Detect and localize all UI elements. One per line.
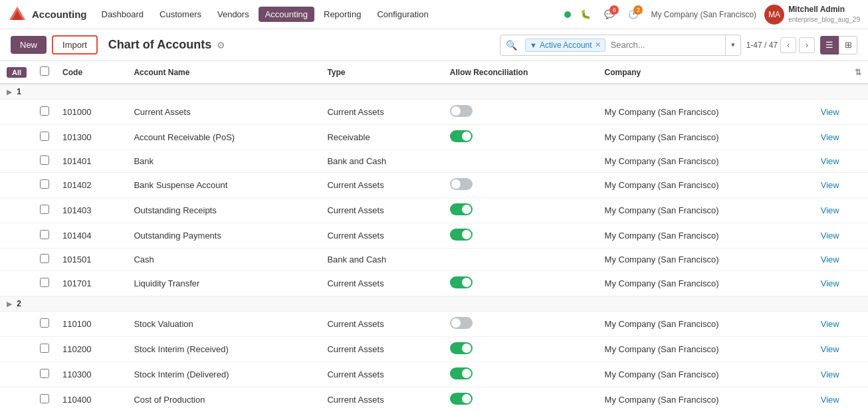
row-checkbox[interactable] <box>40 278 49 287</box>
row-account-name: Stock Valuation <box>127 312 320 337</box>
reconcile-toggle[interactable] <box>450 367 473 379</box>
row-reconcile <box>443 198 598 223</box>
view-link[interactable]: View <box>821 369 839 379</box>
table-row: 110200 Stock Interim (Received) Current … <box>0 337 868 362</box>
row-checkbox[interactable] <box>40 254 49 263</box>
accounts-table: All Code Account Name Type Allow Reconci… <box>0 61 868 410</box>
reconcile-toggle[interactable] <box>450 130 473 142</box>
row-code: 101402 <box>56 173 127 198</box>
list-view-btn[interactable]: ☰ <box>820 36 839 54</box>
reconcile-toggle[interactable] <box>450 105 473 117</box>
nav-configuration[interactable]: Configuration <box>370 7 435 22</box>
row-checkbox-cell <box>33 125 56 150</box>
filter-clear-icon[interactable]: ✕ <box>595 41 601 49</box>
nav-dashboard[interactable]: Dashboard <box>95 7 151 22</box>
row-checkbox[interactable] <box>40 344 49 353</box>
import-button[interactable]: Import <box>52 35 98 54</box>
table-row: 101300 Account Receivable (PoS) Receivab… <box>0 125 868 150</box>
table-container: All Code Account Name Type Allow Reconci… <box>0 61 868 410</box>
search-input[interactable] <box>608 40 725 50</box>
next-page-btn[interactable]: › <box>799 37 815 53</box>
row-expand-cell <box>0 249 33 271</box>
row-checkbox[interactable] <box>40 394 49 403</box>
user-menu[interactable]: MA Mitchell Admin enterprise_blog_aug_29 <box>764 5 860 25</box>
view-link[interactable]: View <box>821 231 839 241</box>
view-toggle: ☰ ⊞ <box>820 36 857 54</box>
row-reconcile <box>443 100 598 125</box>
reconcile-toggle[interactable] <box>450 317 473 329</box>
row-type: Current Assets <box>320 312 443 337</box>
user-sub: enterprise_blog_aug_29 <box>788 15 860 24</box>
nav-accounting[interactable]: Accounting <box>259 7 314 22</box>
reconcile-toggle[interactable] <box>450 203 473 215</box>
group-num: 1 <box>17 87 21 96</box>
header-checkbox[interactable] <box>40 66 49 76</box>
row-checkbox[interactable] <box>40 106 49 116</box>
filter-tag-label: Active Account <box>540 41 592 50</box>
col-filter-icon[interactable]: ⇅ <box>814 61 868 84</box>
row-company: My Company (San Francisco) <box>598 271 814 296</box>
reconcile-toggle[interactable] <box>450 276 473 288</box>
row-code: 101701 <box>56 271 127 296</box>
search-dropdown-btn[interactable]: ▾ <box>725 35 740 55</box>
row-checkbox[interactable] <box>40 179 49 189</box>
row-type: Current Assets <box>320 387 443 411</box>
group-row: ▶ 2 <box>0 296 868 312</box>
row-expand-cell <box>0 362 33 387</box>
row-checkbox[interactable] <box>40 230 49 239</box>
activity-badge: 2 <box>633 5 643 15</box>
row-reconcile <box>443 223 598 249</box>
row-checkbox[interactable] <box>40 155 49 165</box>
view-link[interactable]: View <box>821 156 839 166</box>
group-expand-icon[interactable]: ▶ <box>7 88 12 96</box>
pagination-info: 1-47 / 47 <box>746 41 778 50</box>
search-bar: 🔍 ▼ Active Account ✕ ▾ <box>500 35 741 56</box>
row-type: Current Assets <box>320 223 443 249</box>
row-checkbox[interactable] <box>40 132 49 141</box>
row-checkbox[interactable] <box>40 205 49 214</box>
row-type: Current Assets <box>320 271 443 296</box>
kanban-view-btn[interactable]: ⊞ <box>839 36 857 54</box>
user-avatar: MA <box>764 5 784 25</box>
view-link[interactable]: View <box>821 278 839 288</box>
prev-page-btn[interactable]: ‹ <box>780 37 796 53</box>
all-select-btn[interactable]: All <box>7 67 27 78</box>
user-name: Mitchell Admin <box>788 5 860 15</box>
nav-reporting[interactable]: Reporting <box>317 7 368 22</box>
reconcile-toggle[interactable] <box>450 393 473 405</box>
group-expand-icon[interactable]: ▶ <box>7 300 12 308</box>
row-account-name: Stock Interim (Delivered) <box>127 362 320 387</box>
settings-icon[interactable]: ⚙ <box>217 40 225 51</box>
view-link[interactable]: View <box>821 255 839 264</box>
row-expand-cell <box>0 125 33 150</box>
new-button[interactable]: New <box>11 36 47 54</box>
row-reconcile <box>443 249 598 271</box>
table-row: 101402 Bank Suspense Account Current Ass… <box>0 173 868 198</box>
row-reconcile <box>443 362 598 387</box>
nav-vendors[interactable]: Vendors <box>211 7 256 22</box>
view-link[interactable]: View <box>821 395 839 405</box>
row-code: 110200 <box>56 337 127 362</box>
activity-icon-btn[interactable]: 🕐 2 <box>624 5 643 24</box>
view-link[interactable]: View <box>821 344 839 354</box>
reconcile-toggle[interactable] <box>450 178 473 190</box>
reconcile-toggle[interactable] <box>450 342 473 354</box>
row-checkbox[interactable] <box>40 318 49 328</box>
row-company: My Company (San Francisco) <box>598 312 814 337</box>
view-link[interactable]: View <box>821 180 839 190</box>
nav-customers[interactable]: Customers <box>153 7 208 22</box>
view-link[interactable]: View <box>821 205 839 215</box>
view-link[interactable]: View <box>821 107 839 117</box>
row-company: My Company (San Francisco) <box>598 173 814 198</box>
row-checkbox-cell <box>33 198 56 223</box>
bug-icon-btn[interactable]: 🐛 <box>576 5 595 24</box>
row-expand-cell <box>0 150 33 173</box>
reconcile-toggle[interactable] <box>450 229 473 241</box>
view-link[interactable]: View <box>821 132 839 142</box>
chat-icon-btn[interactable]: 💬 6 <box>600 5 619 24</box>
row-checkbox[interactable] <box>40 369 49 378</box>
table-row: 101000 Current Assets Current Assets My … <box>0 100 868 125</box>
view-link[interactable]: View <box>821 319 839 329</box>
filter-icon: ▼ <box>530 41 537 49</box>
account-name-header: Account Name <box>127 61 320 84</box>
